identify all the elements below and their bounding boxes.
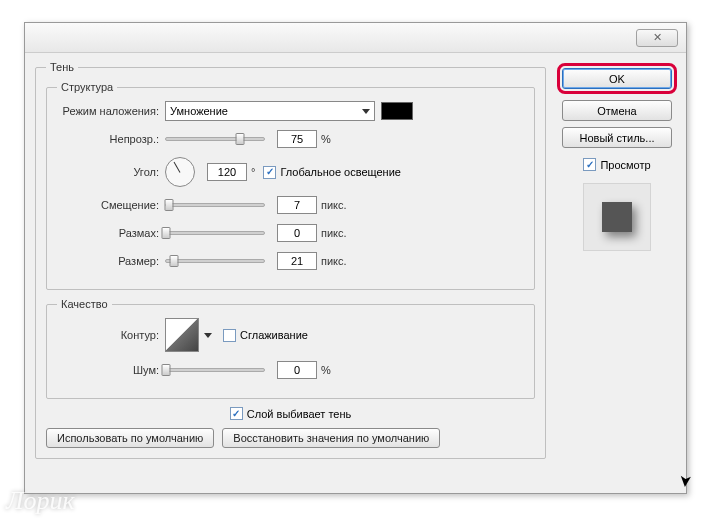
row-blend-mode: Режим наложения: Умножение <box>57 101 524 121</box>
opacity-slider[interactable] <box>165 137 265 141</box>
label-opacity: Непрозр.: <box>57 133 165 145</box>
label-preview: Просмотр <box>600 159 650 171</box>
defaults-button-row: Использовать по умолчанию Восстановить з… <box>46 428 535 448</box>
size-slider[interactable] <box>165 259 265 263</box>
label-blend-mode: Режим наложения: <box>57 105 165 117</box>
slider-thumb[interactable] <box>162 364 171 376</box>
preview-check-row: Просмотр <box>583 158 650 171</box>
angle-input[interactable]: 120 <box>207 163 247 181</box>
dialog-window: ✕ Тень Структура Режим наложения: Умноже… <box>24 22 687 494</box>
chevron-down-icon[interactable] <box>203 330 213 340</box>
row-contour: Контур: Сглаживание <box>57 318 524 352</box>
unit-px: пикс. <box>321 255 347 267</box>
row-angle: Угол: 120 ° Глобальное освещение <box>57 157 524 187</box>
shadow-group: Тень Структура Режим наложения: Умножени… <box>35 61 546 459</box>
slider-thumb[interactable] <box>162 227 171 239</box>
contour-picker[interactable] <box>165 318 199 352</box>
structure-legend: Структура <box>57 81 117 93</box>
cancel-button[interactable]: Отмена <box>562 100 672 121</box>
right-column: OK Отмена Новый стиль... Просмотр <box>558 61 676 467</box>
ok-highlight: OK <box>557 63 677 94</box>
noise-slider[interactable] <box>165 368 265 372</box>
label-offset: Смещение: <box>57 199 165 211</box>
label-knockout: Слой выбивает тень <box>247 408 352 420</box>
preview-shadow-swatch <box>602 202 632 232</box>
spread-input[interactable]: 0 <box>277 224 317 242</box>
left-column: Тень Структура Режим наложения: Умножени… <box>35 61 546 467</box>
blend-mode-dropdown[interactable]: Умножение <box>165 101 375 121</box>
slider-thumb[interactable] <box>169 255 178 267</box>
dialog-content: Тень Структура Режим наложения: Умножени… <box>25 53 686 475</box>
titlebar: ✕ <box>25 23 686 53</box>
row-opacity: Непрозр.: 75 % <box>57 129 524 149</box>
ok-button[interactable]: OK <box>562 68 672 89</box>
new-style-button[interactable]: Новый стиль... <box>562 127 672 148</box>
noise-input[interactable]: 0 <box>277 361 317 379</box>
row-offset: Смещение: 7 пикс. <box>57 195 524 215</box>
shadow-legend: Тень <box>46 61 78 73</box>
unit-px: пикс. <box>321 199 347 211</box>
knockout-checkbox[interactable] <box>230 407 243 420</box>
unit-deg: ° <box>251 166 255 178</box>
antialias-checkbox[interactable] <box>223 329 236 342</box>
opacity-input[interactable]: 75 <box>277 130 317 148</box>
angle-needle <box>174 162 181 173</box>
preview-box <box>583 183 651 251</box>
quality-group: Качество Контур: Сглаживание Шум: 0 % <box>46 298 535 399</box>
close-icon: ✕ <box>653 31 662 44</box>
label-noise: Шум: <box>57 364 165 376</box>
blend-mode-value: Умножение <box>170 105 228 117</box>
unit-pct: % <box>321 364 331 376</box>
offset-slider[interactable] <box>165 203 265 207</box>
row-knockout: Слой выбивает тень <box>46 407 535 420</box>
restore-defaults-button[interactable]: Восстановить значения по умолчанию <box>222 428 440 448</box>
chevron-down-icon <box>362 109 370 114</box>
shadow-color-swatch[interactable] <box>381 102 413 120</box>
preview-checkbox[interactable] <box>583 158 596 171</box>
label-size: Размер: <box>57 255 165 267</box>
quality-legend: Качество <box>57 298 112 310</box>
row-size: Размер: 21 пикс. <box>57 251 524 271</box>
unit-pct: % <box>321 133 331 145</box>
slider-thumb[interactable] <box>235 133 244 145</box>
size-input[interactable]: 21 <box>277 252 317 270</box>
global-light-checkbox[interactable] <box>263 166 276 179</box>
offset-input[interactable]: 7 <box>277 196 317 214</box>
unit-px: пикс. <box>321 227 347 239</box>
label-global-light: Глобальное освещение <box>280 166 401 178</box>
slider-thumb[interactable] <box>164 199 173 211</box>
label-contour: Контур: <box>57 329 165 341</box>
label-angle: Угол: <box>57 166 165 178</box>
angle-dial[interactable] <box>165 157 195 187</box>
use-defaults-button[interactable]: Использовать по умолчанию <box>46 428 214 448</box>
row-spread: Размах: 0 пикс. <box>57 223 524 243</box>
label-spread: Размах: <box>57 227 165 239</box>
structure-group: Структура Режим наложения: Умножение Неп… <box>46 81 535 290</box>
label-antialias: Сглаживание <box>240 329 308 341</box>
close-button[interactable]: ✕ <box>636 29 678 47</box>
row-noise: Шум: 0 % <box>57 360 524 380</box>
spread-slider[interactable] <box>165 231 265 235</box>
